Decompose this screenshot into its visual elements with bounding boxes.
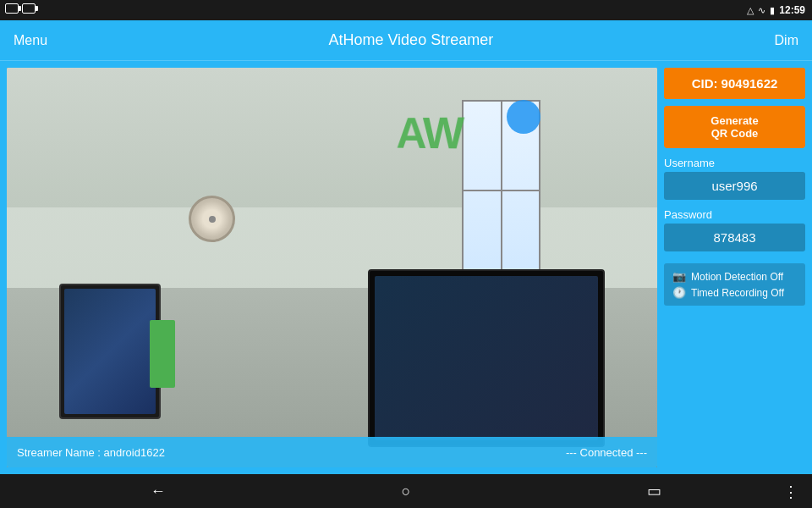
menu-button[interactable]: Menu [14, 33, 47, 48]
status-bar: △ ∿ ▮ 12:59 [0, 0, 812, 20]
password-label: Password [664, 208, 805, 221]
status-items: 📷 Motion Detection Off 🕐 Timed Recording… [664, 263, 805, 306]
room-text: AW [396, 107, 463, 158]
signal-icon-small [22, 3, 36, 14]
timed-recording-label: Timed Recording Off [691, 287, 784, 299]
mute-icon: △ [747, 5, 754, 16]
room-circle-decor [507, 100, 540, 134]
streamer-name: Streamer Name : android1622 [17, 446, 165, 459]
motion-detection-status[interactable]: 📷 Motion Detection Off [672, 270, 797, 283]
wifi-icon: ∿ [758, 5, 765, 16]
recent-button[interactable]: ▭ [639, 476, 669, 506]
battery-icon-small [5, 3, 19, 14]
username-label: Username [664, 157, 805, 169]
video-container: AW Streamer Name : android1622 --- Conne… [7, 68, 657, 467]
room-fan [189, 196, 235, 242]
generate-qr-button[interactable]: GenerateQR Code [664, 106, 805, 148]
nav-bar: ← ○ ▭ ⋮ [0, 474, 812, 508]
desk-monitor-1 [59, 284, 161, 419]
qr-button-label: GenerateQR Code [710, 114, 758, 140]
status-bar-right-icons: △ ∿ ▮ 12:59 [747, 4, 805, 16]
battery-icon: ▮ [770, 5, 775, 16]
connection-status: --- Connected --- [566, 446, 647, 459]
desk-green-item [150, 320, 175, 388]
dim-button[interactable]: Dim [775, 33, 798, 48]
password-value: 878483 [664, 224, 805, 251]
room-ceiling [7, 68, 657, 207]
clock-icon: 🕐 [672, 286, 686, 299]
more-button[interactable]: ⋮ [783, 483, 798, 501]
status-time: 12:59 [779, 4, 805, 16]
status-bar-left-icons [5, 3, 36, 14]
app-title: AtHome Video Streamer [328, 31, 493, 49]
desk-monitor-2 [368, 269, 605, 447]
right-panel: CID: 90491622 GenerateQR Code Username u… [657, 68, 805, 467]
home-button[interactable]: ○ [391, 476, 421, 506]
home-icon: ○ [402, 483, 411, 500]
room-scene: AW [7, 68, 657, 467]
cid-badge: CID: 90491622 [664, 68, 805, 99]
back-icon: ← [151, 483, 166, 500]
back-button[interactable]: ← [143, 476, 173, 506]
video-status-bar: Streamer Name : android1622 --- Connecte… [7, 437, 657, 467]
username-value: user996 [664, 172, 805, 200]
recent-icon: ▭ [647, 482, 661, 500]
app-bar: Menu AtHome Video Streamer Dim [0, 20, 812, 61]
video-feed: AW [7, 68, 657, 467]
main-content: AW Streamer Name : android1622 --- Conne… [0, 61, 812, 474]
motion-icon: 📷 [672, 270, 686, 283]
motion-detection-label: Motion Detection Off [691, 271, 783, 283]
timed-recording-status[interactable]: 🕐 Timed Recording Off [672, 286, 797, 299]
